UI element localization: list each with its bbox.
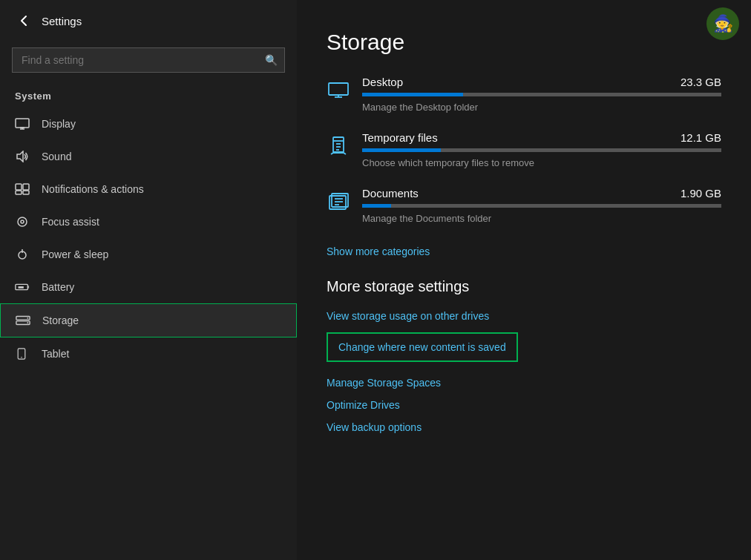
display-icon xyxy=(15,118,30,130)
sidebar-item-sound-label: Sound xyxy=(42,151,71,162)
optimize-drives-link[interactable]: Optimize Drives xyxy=(327,399,721,411)
main-content: 🧙 Storage Desktop 23.3 GB Manage the Des… xyxy=(297,0,751,560)
temp-storage-icon xyxy=(327,134,350,158)
desktop-desc: Manage the Desktop folder xyxy=(362,102,478,113)
sidebar-item-storage-label: Storage xyxy=(42,314,79,326)
temp-storage-row: Temporary files 12.1 GB xyxy=(362,131,721,144)
sound-icon xyxy=(15,151,30,162)
svg-rect-8 xyxy=(23,191,29,194)
battery-icon xyxy=(15,281,30,293)
svg-rect-6 xyxy=(23,184,29,190)
svg-point-10 xyxy=(21,220,24,223)
svg-point-19 xyxy=(27,317,28,319)
desktop-progress-fill xyxy=(362,93,463,96)
back-button[interactable] xyxy=(15,12,33,30)
change-content-link[interactable]: Change where new content is saved xyxy=(327,332,518,362)
temp-storage-details: Temporary files 12.1 GB Choose which tem… xyxy=(362,131,721,169)
docs-name: Documents xyxy=(362,187,419,200)
tablet-icon xyxy=(15,348,30,360)
temp-name: Temporary files xyxy=(362,131,438,144)
show-more-categories-link[interactable]: Show more categories xyxy=(327,246,430,257)
docs-progress-bg xyxy=(362,204,721,208)
power-icon xyxy=(15,248,30,260)
sidebar: Settings 🔍 System Display S xyxy=(0,0,297,560)
docs-desc: Manage the Documents folder xyxy=(362,213,491,224)
sidebar-item-tablet-label: Tablet xyxy=(42,348,69,360)
docs-storage-row: Documents 1.90 GB xyxy=(362,187,721,200)
sidebar-item-display[interactable]: Display xyxy=(0,108,297,140)
sidebar-item-power[interactable]: Power & sleep xyxy=(0,238,297,271)
app-title: Settings xyxy=(42,15,82,27)
desktop-storage-row: Desktop 23.3 GB xyxy=(362,76,721,88)
svg-rect-14 xyxy=(19,286,24,289)
sidebar-header: Settings xyxy=(0,0,297,42)
svg-rect-23 xyxy=(329,83,348,95)
sidebar-item-display-label: Display xyxy=(42,118,76,130)
desktop-progress-bg xyxy=(362,93,721,96)
temp-progress-fill xyxy=(362,148,441,152)
sidebar-item-focus-label: Focus assist xyxy=(42,216,99,228)
svg-point-22 xyxy=(21,357,22,358)
svg-point-9 xyxy=(18,217,27,226)
search-wrapper: 🔍 xyxy=(12,47,285,73)
sidebar-item-notifications-label: Notifications & actions xyxy=(42,183,144,195)
avatar: 🧙 xyxy=(706,7,739,40)
sidebar-item-battery-label: Battery xyxy=(42,281,74,293)
svg-point-20 xyxy=(27,322,28,323)
sidebar-item-battery[interactable]: Battery xyxy=(0,271,297,303)
desktop-name: Desktop xyxy=(362,76,403,88)
focus-icon xyxy=(15,216,30,228)
storage-item-temp: Temporary files 12.1 GB Choose which tem… xyxy=(327,131,721,169)
docs-size: 1.90 GB xyxy=(681,187,721,200)
svg-rect-0 xyxy=(16,119,29,128)
desktop-storage-details: Desktop 23.3 GB Manage the Desktop folde… xyxy=(362,76,721,113)
desktop-storage-icon xyxy=(327,79,350,102)
temp-progress-bg xyxy=(362,148,721,152)
notifications-icon xyxy=(15,183,30,195)
search-input[interactable] xyxy=(12,47,285,73)
sidebar-item-power-label: Power & sleep xyxy=(42,248,108,260)
svg-marker-4 xyxy=(17,151,23,162)
svg-rect-5 xyxy=(16,184,22,190)
desktop-size: 23.3 GB xyxy=(681,76,721,88)
sidebar-item-tablet[interactable]: Tablet xyxy=(0,337,297,370)
view-backup-link[interactable]: View backup options xyxy=(327,421,721,433)
manage-spaces-link[interactable]: Manage Storage Spaces xyxy=(327,377,721,389)
docs-storage-icon xyxy=(327,190,350,214)
storage-item-desktop: Desktop 23.3 GB Manage the Desktop folde… xyxy=(327,76,721,113)
page-title: Storage xyxy=(327,30,721,55)
more-settings-title: More storage settings xyxy=(327,278,721,295)
svg-rect-7 xyxy=(16,191,22,194)
sidebar-item-focus[interactable]: Focus assist xyxy=(0,205,297,238)
temp-desc: Choose which temporary files to remove xyxy=(362,157,534,168)
system-label: System xyxy=(0,85,297,108)
temp-size: 12.1 GB xyxy=(681,131,721,144)
search-container: 🔍 xyxy=(0,42,297,85)
storage-icon xyxy=(16,314,30,326)
docs-storage-details: Documents 1.90 GB Manage the Documents f… xyxy=(362,187,721,225)
view-storage-link[interactable]: View storage usage on other drives xyxy=(327,310,721,322)
sidebar-item-sound[interactable]: Sound xyxy=(0,140,297,173)
sidebar-item-storage[interactable]: Storage xyxy=(0,303,297,337)
docs-progress-fill xyxy=(362,204,391,208)
sidebar-item-notifications[interactable]: Notifications & actions xyxy=(0,173,297,205)
storage-item-documents: Documents 1.90 GB Manage the Documents f… xyxy=(327,187,721,225)
